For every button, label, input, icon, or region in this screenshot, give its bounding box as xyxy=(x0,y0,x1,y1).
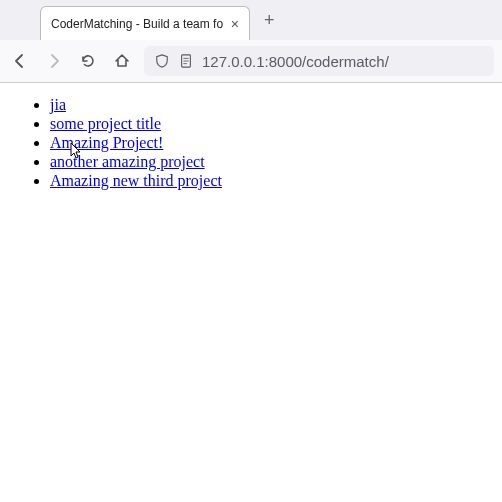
forward-button[interactable] xyxy=(42,49,66,73)
reload-icon xyxy=(80,53,96,69)
list-item: Amazing new third project xyxy=(50,172,492,190)
browser-chrome: CoderMatching - Build a team for y × + 1… xyxy=(0,0,502,83)
shield-icon xyxy=(154,53,170,69)
reload-button[interactable] xyxy=(76,49,100,73)
close-icon[interactable]: × xyxy=(229,16,241,32)
project-link[interactable]: another amazing project xyxy=(50,153,205,170)
arrow-right-icon xyxy=(46,53,62,69)
home-button[interactable] xyxy=(110,49,134,73)
url-text: 127.0.0.1:8000/codermatch/ xyxy=(202,53,389,70)
list-item: Amazing Project! xyxy=(50,134,492,152)
page-icon xyxy=(178,53,194,69)
project-link[interactable]: jia xyxy=(50,96,66,113)
list-item: jia xyxy=(50,96,492,114)
tab-title: CoderMatching - Build a team for y xyxy=(51,17,223,31)
project-link[interactable]: Amazing new third project xyxy=(50,172,222,189)
page-content: jia some project title Amazing Project! … xyxy=(0,83,502,203)
project-link[interactable]: Amazing Project! xyxy=(50,134,163,151)
project-link[interactable]: some project title xyxy=(50,115,161,132)
back-button[interactable] xyxy=(8,49,32,73)
address-bar[interactable]: 127.0.0.1:8000/codermatch/ xyxy=(144,46,494,76)
new-tab-button[interactable]: + xyxy=(260,6,279,35)
toolbar: 127.0.0.1:8000/codermatch/ xyxy=(0,40,502,82)
tab-strip: CoderMatching - Build a team for y × + xyxy=(0,0,502,40)
home-icon xyxy=(114,53,130,69)
list-item: some project title xyxy=(50,115,492,133)
list-item: another amazing project xyxy=(50,153,492,171)
project-list: jia some project title Amazing Project! … xyxy=(10,96,492,190)
arrow-left-icon xyxy=(12,53,28,69)
browser-tab[interactable]: CoderMatching - Build a team for y × xyxy=(40,6,250,40)
